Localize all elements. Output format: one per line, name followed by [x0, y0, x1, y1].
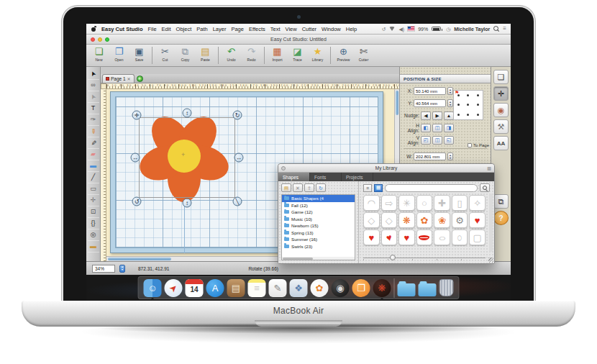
menubar-menu[interactable]: View	[286, 26, 297, 32]
handle-rotate-top[interactable]: ↻	[233, 111, 242, 120]
dock-notes-icon[interactable]: ≡	[248, 279, 266, 297]
shape-oval[interactable]: ○	[452, 229, 468, 245]
handle-resize-diagonal[interactable]: ╲	[233, 197, 242, 206]
time-machine-icon[interactable]: ↺	[382, 27, 386, 32]
shape-ellipse[interactable]: ○	[434, 229, 450, 245]
toolbar-preview-button[interactable]: ⊕ Preview	[334, 46, 353, 62]
handle-resize-v-top[interactable]: ↕	[183, 109, 192, 118]
tool-knife[interactable]: ▬	[88, 241, 99, 252]
library-search-button[interactable]	[480, 183, 490, 192]
tool-rectangle[interactable]: ▭	[88, 183, 99, 195]
vertical-scroll-thumb[interactable]	[396, 91, 398, 115]
menubar-menu[interactable]: Object	[176, 26, 192, 32]
shape-heart-4[interactable]: ♥	[398, 229, 415, 245]
toolbar-separator[interactable]	[152, 47, 152, 64]
dock-textedit-icon[interactable]: ✎	[269, 279, 287, 297]
library-tab[interactable]: Projects	[342, 173, 373, 181]
shape-heart-3[interactable]: ♥	[381, 229, 398, 245]
thumbnail-size-slider[interactable]	[363, 255, 486, 261]
toolbar-separator[interactable]	[218, 47, 219, 64]
shape-arch[interactable]: ◠	[363, 195, 380, 211]
category-list-item[interactable]: Spring (13)	[282, 229, 355, 237]
zoom-stepper[interactable]: ▲▼	[119, 265, 125, 273]
y-stepper[interactable]: ▲▼	[447, 99, 453, 107]
tool-brush[interactable]: ✎	[88, 137, 99, 149]
clock-icon[interactable]: ◷	[446, 27, 450, 32]
toolbar-import-button[interactable]: ▦ Import	[268, 46, 287, 62]
window-title-bar[interactable]: Easy Cut Studio: Untitled	[86, 35, 511, 45]
user-menu[interactable]: Michelle Taylor	[454, 27, 490, 32]
x-input[interactable]: 50.140 mm	[414, 87, 446, 95]
apple-menu-icon[interactable]	[91, 26, 96, 32]
dock-mission-control-icon[interactable]: ◉	[332, 279, 350, 297]
toolbar-new-button[interactable]: ❏ New	[89, 46, 109, 62]
library-new-folder-button[interactable]: ▤	[281, 183, 291, 192]
minimize-button[interactable]	[98, 37, 102, 42]
library-refresh-button[interactable]: ↻	[316, 183, 326, 192]
toolbar-undo-button[interactable]: ↶ Undo	[222, 46, 241, 62]
tool-select[interactable]: ➤	[88, 68, 99, 80]
library-export-button[interactable]: ⇪	[304, 183, 314, 192]
category-list-item[interactable]: Newborn (15)	[282, 222, 355, 229]
tool-direct-select[interactable]: ➤	[88, 91, 99, 103]
dock-calendar-icon[interactable]: 14	[186, 279, 204, 297]
nudge-right-button[interactable]: ▶	[432, 112, 442, 120]
menubar-menu[interactable]: Layer	[213, 26, 227, 32]
dock-photo-booth-icon[interactable]: ❖	[290, 279, 308, 297]
dock-contacts-icon[interactable]: ▤	[227, 279, 245, 297]
tool-fill[interactable]: ✛	[88, 195, 99, 206]
shape-star4[interactable]: ✧	[469, 195, 486, 211]
page-color-swatch[interactable]	[106, 77, 109, 81]
grid-view-button[interactable]: ▦	[374, 184, 383, 192]
toolbar-separator[interactable]	[330, 47, 331, 64]
shape-heart-2[interactable]: ♥	[363, 229, 380, 245]
tool-shapes[interactable]: ▬	[88, 160, 99, 172]
shape-circle[interactable]: ○	[416, 195, 433, 211]
library-title-bar[interactable]: My Library ▥	[278, 164, 494, 173]
category-list-item[interactable]: Game (12)	[282, 209, 355, 216]
wifi-icon[interactable]	[389, 27, 395, 31]
library-tab[interactable]: Shapes	[278, 173, 310, 181]
dock-photos-icon[interactable]: ✿	[311, 279, 329, 297]
category-list-scrollbar[interactable]	[282, 257, 355, 260]
add-page-button[interactable]: +	[137, 76, 143, 82]
my-library-window[interactable]: My Library ▥ ShapesFontsProjects ▤✕⇪↻	[278, 163, 495, 264]
menubar-menu[interactable]: Edit	[162, 26, 171, 32]
shape-arrow[interactable]: ⇨	[381, 195, 398, 211]
menubar-menu[interactable]: Path	[196, 26, 207, 32]
shape-flower[interactable]: ✿	[416, 212, 433, 228]
dock-ibooks-icon[interactable]: ❐	[352, 279, 370, 297]
menubar-menu[interactable]: Window	[322, 26, 341, 32]
tool-text[interactable]: T	[88, 103, 99, 114]
toolbar-copy-button[interactable]: ⧉ Copy	[176, 46, 195, 62]
menubar-menu[interactable]: Text	[270, 26, 281, 32]
library-close-button[interactable]	[281, 166, 286, 170]
dock-trash-icon[interactable]	[439, 279, 454, 296]
tool-zoom[interactable]: ◎	[88, 229, 99, 241]
toolbar-trace-button[interactable]: ◪ Trace	[288, 46, 307, 62]
category-list-item[interactable]: Basic Shapes (4	[282, 195, 355, 202]
align-top-button[interactable]: ◰	[421, 136, 431, 145]
anchor-point-grid[interactable]: ⚑	[453, 90, 483, 120]
close-page-icon[interactable]: ✕	[127, 76, 131, 81]
toolbar-save-button[interactable]: ▣ Save	[129, 46, 149, 62]
list-view-button[interactable]: ≡	[363, 184, 372, 192]
side-tab-position-size[interactable]: ✛	[493, 86, 509, 101]
to-page-checkbox[interactable]	[468, 143, 472, 147]
tool-weld[interactable]: ∞	[88, 80, 99, 91]
category-list-item[interactable]: Summer (16)	[282, 236, 355, 243]
toolbar-library-button[interactable]: ★ Library	[308, 46, 327, 62]
shape-rounded-rect[interactable]: ▯	[452, 195, 468, 211]
side-tab-colors[interactable]: ◉	[493, 103, 509, 117]
horizontal-scroll-thumb[interactable]	[108, 258, 171, 260]
tool-crop[interactable]: ⊡	[88, 206, 99, 218]
dock-downloads-folder-icon[interactable]	[398, 283, 416, 296]
menubar-menu[interactable]: File	[148, 26, 157, 32]
toolbar-open-button[interactable]: ❐ Open	[109, 46, 129, 62]
side-tab-help[interactable]: ?	[493, 211, 509, 225]
zoom-level-input[interactable]: 34%	[92, 265, 115, 273]
shape-rounded-square[interactable]: ▢	[469, 229, 486, 245]
tool-ink[interactable]: ✑	[88, 114, 99, 126]
toolbar-separator[interactable]	[264, 47, 265, 64]
library-tab[interactable]: Fonts	[310, 173, 342, 181]
